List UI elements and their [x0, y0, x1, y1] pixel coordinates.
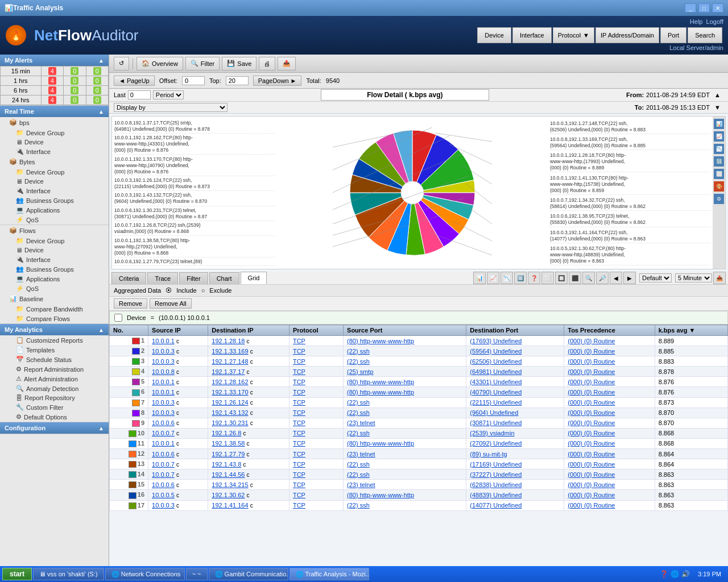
ip-address-dropdown[interactable]: IP Address/Domain — [595, 27, 659, 43]
save-btn[interactable]: 💾 Save — [222, 57, 257, 70]
tab-grid[interactable]: Grid — [241, 272, 267, 284]
tab-trace[interactable]: Trace — [147, 272, 178, 284]
sidebar-analytics-customreports[interactable]: 📋 Customized Reports — [0, 335, 109, 345]
tab-tool-6[interactable]: ⬜ — [541, 272, 554, 284]
protocol-dropdown[interactable]: Protocol ▼ — [553, 27, 594, 43]
col-dst-ip[interactable]: Destination IP — [208, 325, 289, 336]
config-header[interactable]: Configuration ▲ — [0, 422, 109, 434]
sidebar-bytes-devicegroup[interactable]: 📁 Device Group — [0, 167, 109, 177]
tab-tool-2[interactable]: 📈 — [487, 272, 499, 284]
tab-tool-9[interactable]: 🔍 — [582, 272, 595, 284]
remove-btn[interactable]: Remove — [114, 298, 147, 309]
taskbar-item-5[interactable]: 🌐 Traffic Analysis - Mozi... — [289, 568, 369, 580]
sidebar-analytics-alertadmin[interactable]: ⚠ Alert Administration — [0, 374, 109, 384]
sidebar-baseline-flows[interactable]: 📁 Compare Flows — [0, 314, 109, 323]
sidebar-bytes-interface[interactable]: 🔌 Interface — [0, 186, 109, 196]
col-proto[interactable]: Protocol — [289, 325, 343, 336]
col-src-port[interactable]: Source Port — [344, 325, 466, 336]
device-nav-btn[interactable]: Device — [477, 27, 511, 43]
period-select[interactable]: Period — [153, 90, 184, 99]
tab-tool-5[interactable]: ❓ — [528, 272, 540, 284]
close-btn[interactable]: ✕ — [712, 3, 723, 13]
analytics-header[interactable]: My Analytics ▲ — [0, 324, 109, 335]
default-select[interactable]: Default — [639, 273, 672, 282]
tab-tool-12[interactable]: ▶ — [623, 272, 636, 284]
taskbar-item-2[interactable]: 🌐 Network Connections — [105, 568, 185, 580]
search-btn[interactable]: Search — [688, 27, 722, 43]
taskbar-item-3[interactable]: ~ ~ — [186, 568, 208, 580]
tab-tool-1[interactable]: 📊 — [473, 272, 486, 284]
taskbar-item-1[interactable]: 🖥 vss on 'shakti' (S:) — [33, 568, 104, 580]
display-select[interactable]: Display by — [114, 103, 228, 112]
col-tos[interactable]: Tos Precedence — [564, 325, 655, 336]
tab-chart[interactable]: Chart — [209, 272, 239, 284]
sidebar-analytics-schedule[interactable]: 📅 Schedule Status — [0, 355, 109, 364]
overview-btn[interactable]: 🏠 Overview — [136, 57, 183, 70]
sidebar-bps-device[interactable]: 🖥 Device — [0, 138, 109, 147]
top-input[interactable] — [226, 76, 249, 85]
sidebar-bps-devicegroup[interactable]: 📁 Device Group — [0, 128, 109, 138]
sidebar-flows-businessgroups[interactable]: 👥 Business Groups — [0, 264, 109, 274]
sidebar-bytes-businessgroups[interactable]: 👥 Business Groups — [0, 196, 109, 205]
sidebar-bytes-apps[interactable]: 💻 Applications — [0, 205, 109, 215]
sidebar-flows-devicegroup[interactable]: 📁 Device Group — [0, 236, 109, 246]
col-src-ip[interactable]: Source IP — [148, 325, 208, 336]
chart-icon-3[interactable]: 📉 — [714, 144, 724, 154]
tab-tool-export[interactable]: 📤 — [713, 272, 726, 284]
print-btn[interactable]: 🖨 — [259, 57, 275, 70]
sidebar-analytics-anomaly[interactable]: 🔍 Anomaly Detection — [0, 384, 109, 393]
chart-icon-4[interactable]: 🔢 — [714, 156, 724, 167]
tab-tool-3[interactable]: 📉 — [500, 272, 513, 284]
remove-all-btn[interactable]: Remove All — [150, 298, 192, 309]
col-kbps[interactable]: k.bps avg ▼ — [655, 325, 727, 336]
col-no[interactable]: No. — [110, 325, 148, 336]
sidebar-bytes-qos[interactable]: ⚡ QoS — [0, 215, 109, 225]
interval-select[interactable]: 5 Minute — [675, 273, 712, 282]
offset-input[interactable] — [182, 76, 205, 85]
tab-tool-11[interactable]: ◀ — [610, 272, 622, 284]
sidebar-flows-apps[interactable]: 💻 Applications — [0, 274, 109, 284]
port-nav-btn[interactable]: Port — [660, 27, 686, 43]
tab-tool-10[interactable]: 🔎 — [596, 272, 609, 284]
chart-icon-6[interactable]: 🎨 — [714, 181, 724, 192]
tab-filter[interactable]: Filter — [179, 272, 208, 284]
pagedown-btn[interactable]: PageDown ► — [253, 76, 302, 86]
sidebar-bps-interface[interactable]: 🔌 Interface — [0, 147, 109, 156]
sidebar-analytics-repository[interactable]: 🗄 Report Repository — [0, 393, 109, 402]
chart-icon-7[interactable]: ⚙ — [714, 194, 724, 204]
export-btn[interactable]: 📤 — [278, 57, 296, 70]
tab-criteria[interactable]: Criteria — [111, 272, 146, 284]
sidebar-flows-interface[interactable]: 🔌 Interface — [0, 255, 109, 264]
tab-tool-8[interactable]: ⬛ — [569, 272, 581, 284]
window-controls[interactable]: _ □ ✕ — [685, 3, 723, 13]
chart-icon-5[interactable]: ⬜ — [714, 169, 724, 179]
minimize-btn[interactable]: _ — [685, 3, 696, 13]
time-scroll-down[interactable]: ▼ — [714, 104, 723, 111]
realtime-header[interactable]: Real Time ▲ — [0, 106, 109, 117]
alerts-header[interactable]: My Alerts ▲ — [0, 55, 109, 66]
sidebar-analytics-customfilter[interactable]: 🔧 Custom Filter — [0, 402, 109, 412]
col-dst-port[interactable]: Destination Port — [466, 325, 564, 336]
sidebar-baseline-bandwidth[interactable]: 📁 Compare Bandwidth — [0, 304, 109, 314]
chart-icon-2[interactable]: 📈 — [714, 131, 724, 142]
sidebar-flows-device[interactable]: 🖥 Device — [0, 246, 109, 255]
data-table-container[interactable]: No. Source IP Destination IP Protocol So… — [109, 325, 728, 566]
last-input[interactable] — [128, 90, 151, 99]
sidebar-analytics-templates[interactable]: 📄 Templates — [0, 345, 109, 355]
chart-icon-1[interactable]: 📊 — [714, 119, 724, 129]
pageup-btn[interactable]: ◄ PageUp — [114, 76, 155, 86]
tab-tool-7[interactable]: 🔲 — [555, 272, 568, 284]
maximize-btn[interactable]: □ — [698, 3, 710, 13]
interface-nav-btn[interactable]: Interface — [512, 27, 552, 43]
time-scroll-up[interactable]: ▲ — [714, 92, 723, 98]
sidebar-analytics-reportadmin[interactable]: ⚙ Report Administration — [0, 364, 109, 374]
refresh-btn[interactable]: ↺ — [114, 57, 129, 70]
tab-tool-4[interactable]: 🔟 — [514, 272, 527, 284]
taskbar-item-4[interactable]: 🌐 Gambit Communicatio... — [209, 568, 288, 580]
sidebar-flows-qos[interactable]: ⚡ QoS — [0, 284, 109, 293]
sidebar-analytics-defaults[interactable]: ⚙ Default Options — [0, 412, 109, 422]
filter-btn[interactable]: 🔍 Filter — [185, 57, 220, 70]
device-checkbox[interactable] — [114, 314, 122, 322]
start-button[interactable]: start — [2, 568, 32, 580]
sidebar-bytes-device[interactable]: 🖥 Device — [0, 177, 109, 186]
